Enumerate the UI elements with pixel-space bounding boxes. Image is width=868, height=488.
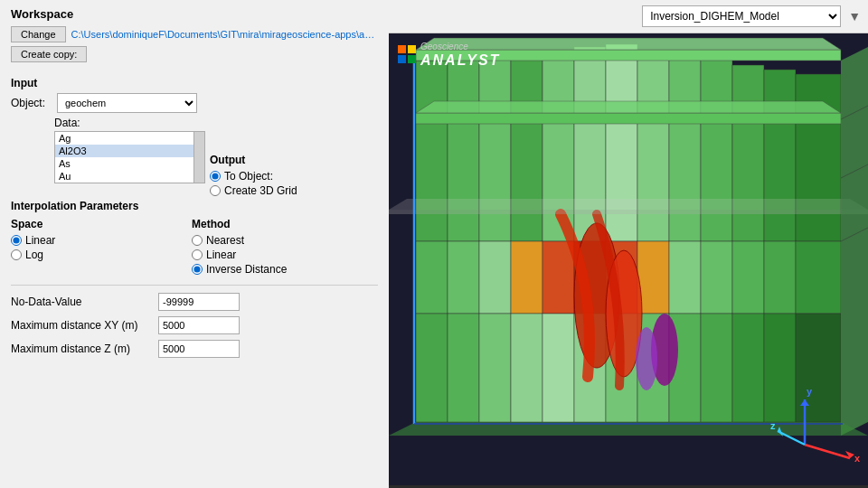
svg-rect-17: [511, 241, 542, 314]
space-column: Space Linear Log: [11, 218, 119, 277]
logo-text: Geoscience ANALYST: [420, 42, 500, 69]
nearest-row: Nearest: [192, 234, 300, 247]
list-item[interactable]: Ag: [55, 132, 193, 145]
svg-rect-18: [542, 241, 574, 314]
model-dropdown[interactable]: Inversion_DIGHEM_Model: [642, 5, 841, 27]
create-3d-grid-radio[interactable]: [210, 185, 221, 196]
create-3d-grid-row: Create 3D Grid: [210, 184, 297, 197]
viz-canvas: x y z Geoscience ANA: [389, 33, 868, 485]
max-z-input[interactable]: 5000: [158, 340, 240, 358]
logo-top: Geoscience: [420, 42, 500, 52]
svg-rect-27: [416, 314, 448, 422]
svg-rect-36: [701, 314, 732, 422]
svg-point-47: [636, 327, 657, 390]
linear-method-row: Linear: [192, 249, 300, 261]
input-section: Input Object: geochem Data: Ag Al2O3 As …: [11, 77, 205, 189]
svg-marker-42: [416, 113, 841, 124]
svg-marker-43: [416, 101, 841, 113]
max-xy-label: Maximum distance XY (m): [11, 319, 151, 332]
space-label: Space: [11, 218, 119, 230]
divider: [11, 285, 378, 286]
method-column: Method Nearest Linear Inverse Distance: [192, 218, 300, 277]
svg-rect-31: [542, 314, 574, 422]
data-list[interactable]: Ag Al2O3 As Au: [54, 131, 194, 183]
svg-text:x: x: [854, 453, 861, 464]
data-list-label: Data:: [54, 117, 205, 129]
max-z-row: Maximum distance Z (m) 5000: [11, 340, 378, 358]
svg-rect-37: [732, 314, 764, 422]
linear-space-row: Linear: [11, 234, 119, 247]
svg-rect-13: [796, 74, 841, 241]
svg-rect-15: [448, 241, 479, 314]
inverse-distance-label: Inverse Distance: [206, 263, 287, 276]
right-panel: Inversion_DIGHEM_Model ▼: [389, 0, 868, 488]
logo-area: Geoscience ANALYST: [398, 42, 500, 69]
interpolation-section: Interpolation Parameters Space Linear Lo…: [11, 200, 378, 277]
no-data-label: No-Data-Value: [11, 296, 151, 308]
linear-method-label: Linear: [206, 249, 236, 261]
logo-bottom: ANALYST: [420, 52, 500, 69]
linear-method-radio[interactable]: [192, 249, 203, 260]
input-label: Input: [11, 77, 205, 89]
dropdown-arrow-icon: ▼: [848, 9, 861, 23]
svg-rect-28: [448, 314, 479, 422]
create-3d-grid-label: Create 3D Grid: [224, 184, 297, 197]
svg-marker-50: [841, 47, 868, 436]
linear-label: Linear: [25, 234, 55, 247]
linear-radio[interactable]: [11, 235, 22, 246]
svg-rect-24: [732, 241, 764, 314]
to-object-row: To Object:: [210, 170, 297, 183]
svg-rect-25: [764, 241, 796, 314]
object-select[interactable]: geochem: [57, 93, 197, 113]
svg-rect-11: [732, 65, 764, 241]
method-label: Method: [192, 218, 300, 230]
interpolation-columns: Space Linear Log Method Nearest: [11, 218, 378, 277]
max-xy-row: Maximum distance XY (m) 5000: [11, 316, 378, 334]
inverse-distance-radio[interactable]: [192, 264, 203, 275]
create-copy-button[interactable]: Create copy:: [11, 46, 87, 62]
svg-marker-48: [389, 210, 868, 214]
to-object-radio[interactable]: [210, 171, 221, 182]
data-list-container: Data: Ag Al2O3 As Au: [54, 117, 205, 183]
logo-icon: [398, 45, 416, 63]
no-data-row: No-Data-Value -99999: [11, 293, 378, 311]
svg-rect-12: [764, 70, 796, 241]
inverse-distance-row: Inverse Distance: [192, 263, 300, 276]
svg-rect-21: [637, 241, 669, 314]
file-path: C:\Users\dominiqueF\Documents\GIT\mira\m…: [71, 29, 378, 40]
log-space-row: Log: [11, 249, 119, 261]
output-label: Output: [210, 154, 297, 166]
object-row: Object: geochem: [11, 93, 205, 113]
svg-marker-49: [389, 199, 868, 210]
list-item[interactable]: Al2O3: [55, 145, 193, 157]
object-field-label: Object:: [11, 97, 52, 109]
output-section: Output To Object: Create 3D Grid: [210, 154, 297, 199]
max-xy-input[interactable]: 5000: [158, 316, 240, 334]
svg-rect-26: [796, 241, 841, 314]
nearest-radio[interactable]: [192, 235, 203, 246]
viz-svg: x y z: [389, 33, 868, 485]
data-list-scrollbar[interactable]: [194, 131, 205, 183]
left-panel: Workspace Change C:\Users\dominiqueF\Doc…: [0, 0, 389, 488]
svg-rect-16: [479, 241, 511, 314]
nearest-label: Nearest: [206, 234, 244, 247]
log-label: Log: [25, 249, 43, 261]
to-object-label: To Object:: [224, 170, 273, 183]
list-item[interactable]: As: [55, 157, 193, 170]
svg-rect-38: [764, 314, 796, 422]
svg-rect-30: [511, 314, 542, 422]
interpolation-title: Interpolation Parameters: [11, 200, 378, 212]
svg-text:y: y: [807, 386, 813, 397]
workspace-row: Change C:\Users\dominiqueF\Documents\GIT…: [11, 26, 378, 42]
no-data-input[interactable]: -99999: [158, 293, 240, 311]
svg-text:z: z: [770, 420, 776, 431]
workspace-title: Workspace: [11, 7, 378, 21]
svg-rect-22: [669, 241, 701, 314]
log-radio[interactable]: [11, 249, 22, 260]
list-item[interactable]: Au: [55, 170, 193, 183]
max-z-label: Maximum distance Z (m): [11, 343, 151, 355]
parameters-section: No-Data-Value -99999 Maximum distance XY…: [11, 293, 378, 358]
viz-header: Inversion_DIGHEM_Model ▼: [389, 0, 868, 33]
svg-rect-14: [416, 241, 448, 314]
change-button[interactable]: Change: [11, 26, 66, 42]
